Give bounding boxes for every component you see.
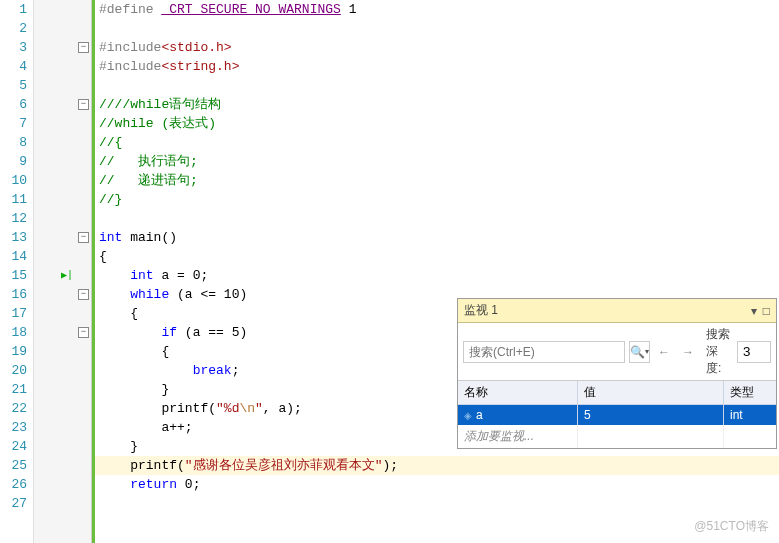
fold-toggle-icon[interactable]: − [78, 327, 89, 338]
code-line[interactable]: //} [95, 190, 779, 209]
code-line[interactable]: //while (表达式) [95, 114, 779, 133]
margin-cell [34, 114, 91, 133]
line-number: 25 [0, 456, 27, 475]
code-line[interactable]: //{ [95, 133, 779, 152]
line-number: 17 [0, 304, 27, 323]
code-line[interactable] [95, 19, 779, 38]
col-header-value[interactable]: 值 [578, 381, 724, 404]
margin-cell: − [34, 38, 91, 57]
margin-cell [34, 190, 91, 209]
margin-cell [34, 19, 91, 38]
watch-search-bar: 🔍▾ ← → 搜索深度: [458, 323, 776, 381]
var-name: a [476, 408, 483, 422]
line-number: 22 [0, 399, 27, 418]
code-line[interactable] [95, 494, 779, 513]
line-number: 16 [0, 285, 27, 304]
code-line[interactable]: #include<stdio.h> [95, 38, 779, 57]
line-number: 5 [0, 76, 27, 95]
fold-toggle-icon[interactable]: − [78, 289, 89, 300]
prev-icon[interactable]: ← [654, 345, 674, 359]
code-line[interactable]: printf("感谢各位吴彦祖刘亦菲观看本文"); [95, 456, 779, 475]
line-number: 12 [0, 209, 27, 228]
fold-toggle-icon[interactable]: − [78, 99, 89, 110]
line-number: 21 [0, 380, 27, 399]
margin-cell [34, 76, 91, 95]
var-type: int [724, 405, 776, 425]
code-area[interactable]: #define _CRT_SECURE_NO_WARNINGS 1#includ… [92, 0, 779, 543]
margin-cell [34, 399, 91, 418]
line-number: 26 [0, 475, 27, 494]
line-number: 14 [0, 247, 27, 266]
code-editor: 1234567891011121314151617181920212223242… [0, 0, 779, 543]
margin-cell [34, 475, 91, 494]
watch-row-selected[interactable]: ◈a 5 int [458, 405, 776, 425]
margin-cell [34, 133, 91, 152]
fold-margin: −−−▶|−−➪ [34, 0, 92, 543]
col-header-type[interactable]: 类型 [724, 381, 776, 404]
margin-cell [34, 209, 91, 228]
line-number: 8 [0, 133, 27, 152]
code-line[interactable]: return 0; [95, 475, 779, 494]
fold-toggle-icon[interactable]: − [78, 42, 89, 53]
fold-toggle-icon[interactable]: − [78, 232, 89, 243]
var-value: 5 [578, 405, 724, 425]
margin-cell [34, 57, 91, 76]
code-line[interactable]: // 执行语句; [95, 152, 779, 171]
next-icon[interactable]: → [678, 345, 698, 359]
watch-title-text: 监视 1 [464, 302, 498, 319]
margin-cell: ▶| [34, 266, 91, 285]
close-icon[interactable]: □ [763, 304, 770, 318]
margin-cell [34, 304, 91, 323]
code-line[interactable] [95, 76, 779, 95]
line-number: 24 [0, 437, 27, 456]
search-input[interactable] [463, 341, 625, 363]
line-number: 7 [0, 114, 27, 133]
line-number: 3 [0, 38, 27, 57]
margin-cell [34, 380, 91, 399]
depth-input[interactable] [737, 341, 771, 363]
margin-cell [34, 494, 91, 513]
code-line[interactable]: { [95, 247, 779, 266]
code-line[interactable]: ////while语句结构 [95, 95, 779, 114]
depth-label: 搜索深度: [706, 326, 733, 377]
margin-cell [34, 418, 91, 437]
line-number: 18 [0, 323, 27, 342]
line-number: 19 [0, 342, 27, 361]
code-line[interactable]: #include<string.h> [95, 57, 779, 76]
code-line[interactable]: int main() [95, 228, 779, 247]
run-to-cursor-icon[interactable]: ▶| [61, 269, 73, 281]
search-icon[interactable]: 🔍▾ [629, 341, 650, 363]
code-line[interactable]: // 递进语句; [95, 171, 779, 190]
margin-cell [34, 342, 91, 361]
margin-cell [34, 361, 91, 380]
line-number: 20 [0, 361, 27, 380]
code-line[interactable]: int a = 0; [95, 266, 779, 285]
line-number: 10 [0, 171, 27, 190]
margin-cell: − [34, 95, 91, 114]
line-number: 15 [0, 266, 27, 285]
margin-cell [34, 171, 91, 190]
dropdown-icon[interactable]: ▾ [751, 304, 757, 318]
margin-cell: ➪ [34, 456, 91, 475]
watch-columns: 名称 值 类型 [458, 381, 776, 405]
line-number: 4 [0, 57, 27, 76]
line-number: 23 [0, 418, 27, 437]
code-line[interactable] [95, 209, 779, 228]
line-number: 27 [0, 494, 27, 513]
watch-titlebar[interactable]: 监视 1 ▾ □ [458, 299, 776, 323]
margin-cell: − [34, 323, 91, 342]
margin-cell [34, 437, 91, 456]
line-number: 9 [0, 152, 27, 171]
watch-add-row[interactable]: 添加要监视... [458, 425, 776, 448]
watch-panel: 监视 1 ▾ □ 🔍▾ ← → 搜索深度: 名称 值 类型 ◈a 5 int 添… [457, 298, 777, 449]
line-number: 11 [0, 190, 27, 209]
margin-cell [34, 0, 91, 19]
line-number-gutter: 1234567891011121314151617181920212223242… [0, 0, 34, 543]
variable-icon: ◈ [464, 410, 472, 421]
col-header-name[interactable]: 名称 [458, 381, 578, 404]
margin-cell: − [34, 228, 91, 247]
line-number: 13 [0, 228, 27, 247]
code-line[interactable]: #define _CRT_SECURE_NO_WARNINGS 1 [95, 0, 779, 19]
line-number: 6 [0, 95, 27, 114]
margin-cell [34, 152, 91, 171]
